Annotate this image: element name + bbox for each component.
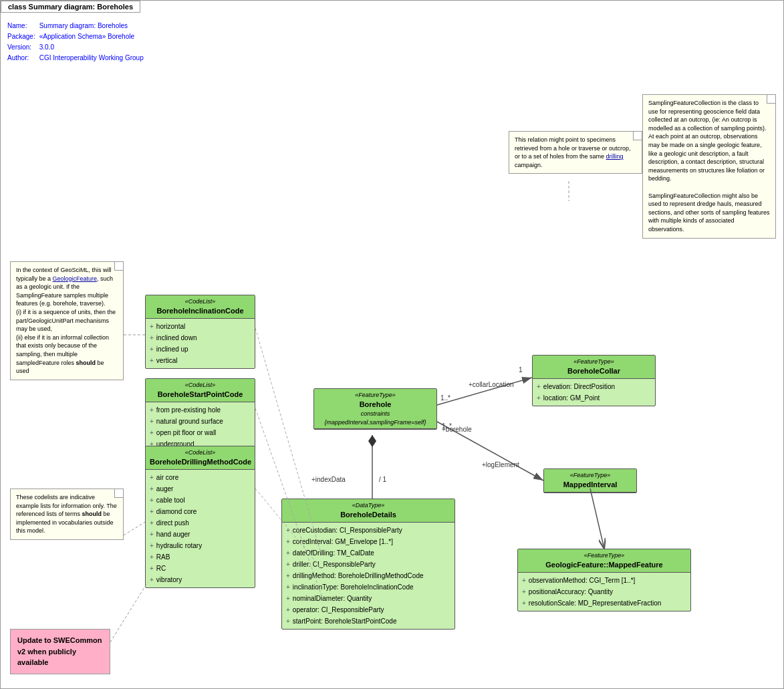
gfmf-stereotype: «FeatureType» — [522, 551, 686, 560]
bic-attr-1: +horizontal — [150, 321, 251, 332]
bd-attr-9: +startPoint: BoreholeStartPointCode — [286, 615, 450, 627]
bdmc-attr-5: +direct push — [150, 517, 251, 529]
bd-classname: BoreholeDetails — [286, 510, 450, 520]
mi-header: «FeatureType» MappedInterval — [544, 469, 636, 493]
pink-dashed — [110, 582, 148, 642]
gfmf-attr-3: +resolutionScale: MD_RepresentativeFract… — [522, 597, 686, 609]
bd-attr-3: +dateOfDrilling: TM_CalDate — [286, 547, 450, 559]
name-value: Summary diagram: Boreholes — [39, 21, 144, 31]
log-mult-1star: 1..* — [442, 422, 452, 430]
gfmf-attr-2: +positionalAccuracy: Quantity — [522, 586, 686, 597]
borehole-inclination-code-header: «CodeList» BoreholeInclinationCode — [146, 295, 255, 319]
bspc-stereotype: «CodeList» — [150, 381, 251, 390]
note2: These codelists are indicative example l… — [10, 489, 124, 540]
pink-note: Update to SWECommon v2 when publicly ava… — [10, 629, 110, 674]
bd-header: «DataType» BoreholeDetails — [282, 499, 454, 523]
info-box: Name: Summary diagram: Boreholes Package… — [7, 21, 144, 63]
bdmc-attr-2: +auger — [150, 483, 251, 495]
bc-classname: BoreholeCollar — [537, 366, 651, 376]
bic-stereotype: «CodeList» — [150, 297, 251, 306]
bdmc-attr-4: +diamond core — [150, 506, 251, 517]
gfmf-header: «FeatureType» GeologicFeature::MappedFea… — [518, 549, 690, 573]
log-element-arrow — [437, 422, 543, 480]
gfmf-classname: GeologicFeature::MappedFeature — [522, 560, 686, 570]
log-element-label: +logElement — [482, 461, 519, 468]
borehole-header: «FeatureType» Borehole constraints{mappe… — [314, 389, 436, 429]
bc-header: «FeatureType» BoreholeCollar — [533, 356, 655, 379]
borehole-classname: Borehole — [318, 400, 432, 410]
bc-attr-2: +location: GM_Point — [537, 392, 651, 404]
package-label: Package: — [7, 31, 39, 42]
mi-stereotype: «FeatureType» — [548, 471, 632, 480]
bspc-attr-2: +natural ground surface — [150, 416, 251, 427]
bd-attr-7: +nominalDiameter: Quantity — [286, 593, 450, 604]
bdmc-stereotype: «CodeList» — [150, 448, 251, 457]
bdmc-header: «CodeList» BoreholeDrillingMethodCode — [146, 446, 255, 470]
bic-attr-2: +inclined down — [150, 332, 251, 343]
index-data-mult: / 1 — [379, 476, 387, 483]
borehole-inclination-code-box: «CodeList» BoreholeInclinationCode +hori… — [145, 295, 255, 369]
borehole-constraint: constraints{mappedInterval.samplingFrame… — [318, 410, 432, 426]
index-data-label: +indexData — [311, 476, 346, 483]
mapped-feature-arrow — [590, 489, 604, 549]
bd-stereotype: «DataType» — [286, 501, 450, 510]
bspc-classname: BoreholeStartPointCode — [150, 390, 251, 400]
bdmc-body: +air core +auger +cable tool +diamond co… — [146, 470, 255, 587]
note3: This relation might point to specimens r… — [509, 131, 642, 174]
bic-attr-4: +vertical — [150, 355, 251, 366]
bc-attr-1: +elevation: DirectPosition — [537, 381, 651, 392]
collar-mult-1star: 1..* — [440, 394, 450, 402]
borehole-start-point-code-box: «CodeList» BoreholeStartPointCode +from … — [145, 378, 255, 452]
diagram-container: class Summary diagram: Boreholes Name: S… — [0, 0, 784, 689]
bc-body: +elevation: DirectPosition +location: GM… — [533, 379, 655, 406]
note1: In the context of GeoSciML, this will ty… — [10, 261, 124, 380]
bdmc-classname: BoreholeDrillingMethodCode — [150, 457, 251, 467]
bd-attr-8: +operator: CI_ResponsibleParty — [286, 604, 450, 615]
borehole-stereotype: «FeatureType» — [318, 391, 432, 400]
borehole-details-box: «DataType» BoreholeDetails +coreCustodia… — [281, 499, 455, 630]
diagram-title: class Summary diagram: Boreholes — [1, 1, 140, 13]
gfmf-body: +observationMethod: CGI_Term [1..*] +pos… — [518, 573, 690, 611]
bic-attr-3: +inclined up — [150, 343, 251, 355]
collar-location-label: +collarLocation — [469, 381, 514, 388]
borehole-box: «FeatureType» Borehole constraints{mappe… — [313, 388, 437, 430]
bd-attr-1: +coreCustodian: CI_ResponsibleParty — [286, 525, 450, 536]
author-value: CGI Interoperability Working Group — [39, 53, 144, 63]
collar-location-arrow — [437, 378, 532, 405]
author-label: Author: — [7, 53, 39, 63]
bic-body: +horizontal +inclined down +inclined up … — [146, 319, 255, 368]
bspc-body: +from pre-existing hole +natural ground … — [146, 402, 255, 452]
bd-attr-6: +inclinationType: BoreholeInclinationCod… — [286, 581, 450, 593]
bd-attr-4: +driller: CI_ResponsibleParty — [286, 559, 450, 570]
note4: SamplingFeatureCollection is the class t… — [642, 94, 776, 239]
bd-body: +coreCustodian: CI_ResponsibleParty +cor… — [282, 523, 454, 629]
pink-note-text: Update to SWECommon v2 when publicly ava… — [17, 636, 102, 666]
version-value: 3.0.0 — [39, 42, 144, 53]
bdmc-attr-7: +hydraulic rotary — [150, 540, 251, 551]
collar-mult-1: 1 — [519, 366, 523, 374]
bdmc-attr-9: +RC — [150, 563, 251, 574]
bdmc-attr-6: +hand auger — [150, 529, 251, 540]
bd-attr-2: +coredInterval: GM_Envelope [1..*] — [286, 536, 450, 547]
bspc-attr-1: +from pre-existing hole — [150, 404, 251, 416]
mi-classname: MappedInterval — [548, 480, 632, 490]
borehole-drilling-method-code-box: «CodeList» BoreholeDrillingMethodCode +a… — [145, 446, 255, 588]
bic-classname: BoreholeInclinationCode — [150, 306, 251, 316]
version-label: Version: — [7, 42, 39, 53]
borehole-collar-box: «FeatureType» BoreholeCollar +elevation:… — [532, 355, 656, 406]
geologic-feature-mapped-feature-box: «FeatureType» GeologicFeature::MappedFea… — [517, 549, 691, 611]
package-value: «Application Schema» Borehole — [39, 31, 144, 42]
bdmc-attr-1: +air core — [150, 472, 251, 483]
bdmc-attr-8: +RAB — [150, 551, 251, 563]
bc-stereotype: «FeatureType» — [537, 358, 651, 366]
gfmf-attr-1: +observationMethod: CGI_Term [1..*] — [522, 575, 686, 586]
bspc-header: «CodeList» BoreholeStartPointCode — [146, 379, 255, 402]
bspc-attr-3: +open pit floor or wall — [150, 427, 251, 438]
bd-attr-5: +drillingMethod: BoreholeDrillingMethodC… — [286, 570, 450, 581]
note2-dashed — [124, 522, 145, 535]
borehole-label-text: +borehole — [442, 426, 472, 433]
bdmc-attr-3: +cable tool — [150, 495, 251, 506]
bdmc-attr-10: +vibratory — [150, 574, 251, 585]
mapped-interval-box: «FeatureType» MappedInterval — [543, 468, 637, 493]
name-label: Name: — [7, 21, 39, 31]
